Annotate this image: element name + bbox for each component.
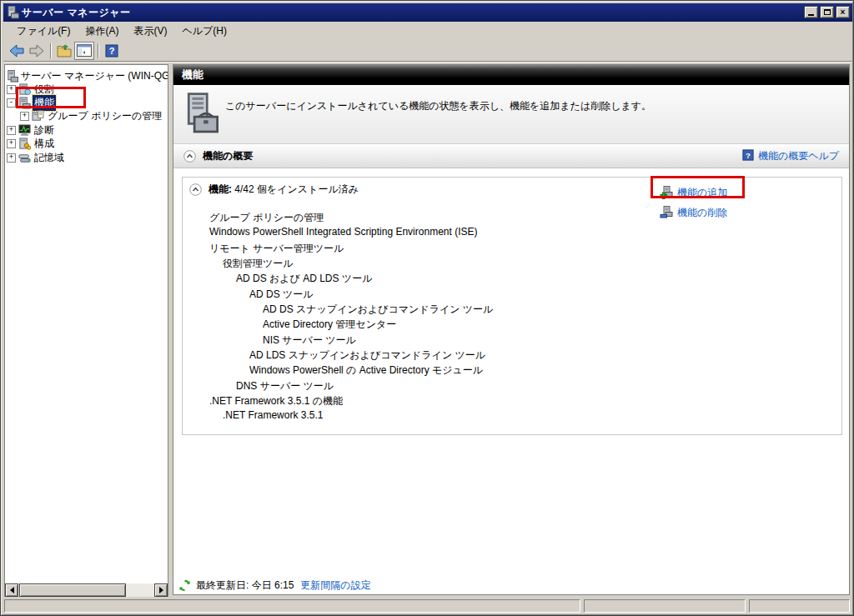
feature-list-item: DNS サーバー ツール: [236, 379, 334, 394]
expand-icon[interactable]: +: [7, 139, 16, 148]
remove-feature-icon: [660, 206, 673, 219]
feature-list-item: Windows PowerShell の Active Directory モジ…: [249, 363, 483, 378]
scroll-left-button[interactable]: [5, 583, 18, 597]
back-button[interactable]: [7, 42, 27, 60]
menu-bar: ファイル(F) 操作(A) 表示(V) ヘルプ(H): [3, 23, 852, 40]
maximize-icon: [824, 9, 831, 15]
help-button[interactable]: ?: [102, 42, 122, 60]
status-pane: [584, 599, 746, 613]
status-bar: [4, 598, 850, 613]
expand-icon[interactable]: +: [7, 85, 16, 94]
pane-description: このサーバーにインストールされている機能の状態を表示し、機能を追加または削除しま…: [225, 99, 651, 113]
tree-item-diagnostics[interactable]: + 診断: [5, 123, 168, 137]
toolbar-separator: [98, 43, 98, 58]
tree-item-storage[interactable]: + 記憶域: [5, 151, 168, 164]
feature-list-item: 役割管理ツール: [223, 257, 294, 272]
feature-list-item: AD DS スナップインおよびコマンドライン ツール: [263, 303, 493, 318]
export-button[interactable]: [54, 42, 74, 60]
status-pane: [4, 599, 580, 613]
pane-title: 機能: [173, 65, 849, 85]
feature-list-item: Active Directory 管理センター: [263, 318, 396, 333]
svg-text:?: ?: [746, 151, 751, 160]
feature-list-item: AD DS および AD LDS ツール: [236, 272, 372, 287]
features-label: 機能:: [208, 183, 232, 195]
features-count-header: 機能: 4/42 個をインストール済み: [189, 183, 359, 197]
feature-list-item: NIS サーバー ツール: [263, 333, 356, 348]
features-large-icon: [182, 93, 219, 134]
annotation-box-features-tree: [16, 87, 86, 108]
menu-file[interactable]: ファイル(F): [9, 23, 78, 40]
description-band: このサーバーにインストールされている機能の状態を表示し、機能を追加または削除しま…: [173, 86, 849, 144]
minimize-icon: [808, 13, 814, 16]
scrollbar-thumb[interactable]: [19, 583, 126, 597]
forward-icon: [28, 44, 45, 58]
features-summary-header: 機能の概要 ? 機能の概要ヘルプ: [173, 145, 849, 168]
minimize-button[interactable]: [804, 6, 818, 18]
configuration-icon: [18, 138, 31, 150]
console-window-icon: [77, 44, 92, 57]
title-bar[interactable]: サーバー マネージャー ×: [3, 3, 852, 22]
window-title: サーバー マネージャー: [22, 6, 131, 20]
features-count: 4/42 個をインストール済み: [232, 183, 359, 195]
feature-list-item: AD DS ツール: [249, 288, 314, 303]
feature-list-item: AD LDS スナップインおよびコマンドライン ツール: [249, 348, 485, 363]
svg-text:?: ?: [109, 46, 115, 56]
export-folder-icon: [57, 44, 72, 58]
close-icon: ×: [841, 8, 846, 17]
help-icon: ?: [742, 149, 754, 161]
feature-list-item: .NET Framework 3.5.1 の機能: [209, 394, 343, 409]
server-manager-icon: [6, 6, 19, 19]
feature-list-item: リモート サーバー管理ツール: [209, 242, 344, 257]
menu-view[interactable]: 表示(V): [126, 23, 174, 40]
collapse-chevron-icon[interactable]: [183, 150, 196, 163]
back-icon: [8, 44, 25, 58]
scroll-right-icon: [159, 587, 167, 593]
annotation-box-add-features: [651, 176, 745, 198]
close-button[interactable]: ×: [836, 6, 850, 18]
features-summary-panel: 機能: 4/42 個をインストール済み 機能の追加: [182, 177, 842, 435]
status-pane: [749, 599, 850, 613]
group-policy-icon: [32, 110, 44, 123]
diagnostics-icon: [18, 124, 31, 137]
console-window-button[interactable]: [74, 42, 94, 60]
toolbar: ?: [3, 40, 852, 62]
remove-features-link[interactable]: 機能の削除: [660, 204, 727, 221]
help-icon: ?: [105, 44, 118, 58]
expand-icon[interactable]: +: [7, 126, 16, 135]
tree-horizontal-scrollbar[interactable]: [5, 583, 168, 597]
storage-icon: [18, 152, 31, 164]
summary-title: 機能の概要: [203, 149, 253, 163]
features-summary-help-link[interactable]: ? 機能の概要ヘルプ: [742, 149, 839, 163]
refresh-status-row: 最終更新日: 今日 6:15 更新間隔の設定: [178, 578, 371, 593]
menu-help[interactable]: ヘルプ(H): [174, 23, 234, 40]
feature-list-item: Windows PowerShell Integrated Scripting …: [209, 226, 477, 241]
collapse-chevron-icon[interactable]: [189, 183, 202, 196]
server-manager-icon: [6, 70, 18, 83]
maximize-button[interactable]: [820, 6, 834, 18]
tree-item-configuration[interactable]: + 構成: [5, 137, 168, 150]
configure-refresh-link[interactable]: 更新間隔の設定: [300, 578, 370, 593]
scroll-left-icon: [7, 587, 14, 593]
console-tree: サーバー マネージャー (WIN-QGLIA + 役割 - 機能 +: [4, 64, 168, 597]
server-manager-window: サーバー マネージャー × ファイル(F) 操作(A) 表示(V) ヘルプ(H): [0, 0, 854, 616]
expand-icon[interactable]: +: [7, 153, 16, 163]
collapse-icon[interactable]: -: [7, 98, 16, 108]
last-refresh-label: 最終更新日: 今日 6:15: [196, 578, 294, 593]
feature-list-item: グループ ポリシーの管理: [209, 211, 324, 226]
refresh-icon: [178, 579, 191, 592]
tree-storage-label: 記憶域: [33, 150, 66, 166]
tree-item-root[interactable]: サーバー マネージャー (WIN-QGLIA: [5, 69, 168, 83]
features-pane: 機能 このサーバーにインストールされている機能の状態を表示し、機能を追加または削…: [173, 64, 850, 595]
forward-button[interactable]: [27, 42, 47, 60]
toolbar-separator: [50, 43, 51, 58]
tree-item-group-policy[interactable]: + グループ ポリシーの管理: [5, 109, 168, 123]
tree-group-policy-label: グループ ポリシーの管理: [46, 108, 163, 124]
menu-action[interactable]: 操作(A): [78, 23, 126, 40]
scroll-right-button[interactable]: [154, 583, 168, 597]
expand-icon[interactable]: +: [20, 112, 29, 121]
feature-list-item: .NET Framework 3.5.1: [223, 409, 323, 424]
